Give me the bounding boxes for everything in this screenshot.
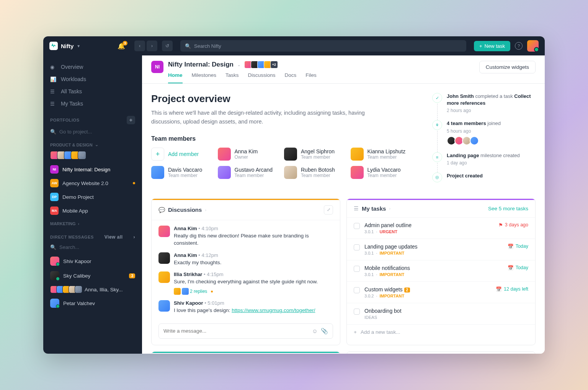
expand-button[interactable]: ⤢	[324, 205, 333, 214]
sidebar-item-my-tasks[interactable]: ☰My Tasks	[43, 98, 142, 110]
activity-icon: ⚘	[432, 120, 442, 130]
tab-discussions[interactable]: Discussions	[248, 72, 276, 83]
team-member[interactable]: Gustavo ArcandTeam member	[218, 166, 277, 179]
chevron-down-icon[interactable]: ⌄	[237, 63, 240, 67]
chat-icon: 💬	[158, 207, 165, 213]
message-field[interactable]	[163, 328, 309, 334]
team-members-heading: Team members	[151, 135, 409, 142]
chevron-down-icon: ⌄	[95, 142, 98, 147]
nav-forward-button[interactable]: ›	[147, 41, 157, 51]
task-item[interactable]: Admin panel outline3.0.1·URGENT⚑3 days a…	[347, 218, 535, 239]
task-checkbox[interactable]	[354, 309, 360, 315]
project-title: Nifty Internal: Design	[168, 61, 234, 68]
task-checkbox[interactable]	[354, 244, 360, 250]
tab-home[interactable]: Home	[168, 72, 183, 83]
task-checkbox[interactable]	[354, 223, 360, 229]
dm-item[interactable]: +2Anna, Illia, Sky...	[43, 283, 142, 296]
attach-icon[interactable]: 📎	[321, 328, 328, 335]
task-item[interactable]: Custom widgets23.0.2·IMPORTANT📅12 days l…	[347, 282, 535, 303]
team-member[interactable]: Lydia VaccaroTeam member	[351, 166, 410, 179]
eye-icon: ◉	[50, 64, 56, 70]
plus-icon: +	[479, 43, 482, 49]
message: Illia Strikhar • 4:15pmSure, I'm checkin…	[158, 271, 333, 295]
notification-badge: 3	[122, 41, 127, 46]
topbar: Nifty ▼ 🔔 3 ‹ › ↺ 🔍 Search Nifty +New ta…	[43, 36, 545, 55]
activity-icon: ✓	[432, 93, 442, 103]
add-task-button[interactable]: +Add a new task...	[347, 325, 535, 340]
tab-milestones[interactable]: Milestones	[192, 72, 217, 83]
team-member[interactable]: Ruben BotoshTeam member	[284, 166, 343, 179]
avatar	[158, 226, 170, 237]
chevron-right-icon: ›	[78, 221, 80, 226]
notifications-button[interactable]: 🔔 3	[118, 42, 125, 50]
new-task-button[interactable]: +New task	[474, 41, 510, 51]
my-tasks-widget: ☰ My tasks › See 5 more tasks Admin pane…	[346, 198, 536, 345]
team-member[interactable]: Angel SiphronTeam member	[284, 148, 343, 161]
group-members[interactable]: +2	[43, 150, 142, 162]
project-description: This is where we'll have all the design-…	[151, 109, 389, 126]
emoji-icon[interactable]: ☺	[312, 328, 318, 334]
project-members-avatars[interactable]: +2	[244, 61, 277, 68]
activity-item: ✓John Smith completed a task Collect mor…	[432, 93, 536, 113]
activity-item: ⚘4 team members joined5 hours ago	[432, 120, 536, 145]
nav-back-button[interactable]: ‹	[134, 41, 145, 51]
task-item[interactable]: Landing page updates3.0.1·IMPORTANT📅Toda…	[347, 239, 535, 260]
task-due: 📅12 days left	[496, 286, 528, 292]
dm-item[interactable]: Shiv Kapoor	[43, 254, 142, 268]
chevron-right-icon[interactable]: ›	[205, 208, 206, 212]
avatar	[158, 271, 170, 283]
chevron-right-icon[interactable]: ›	[389, 206, 390, 211]
group-marketing[interactable]: MARKETING›	[43, 218, 142, 228]
discussions-widget: 💬 Discussions › ⤢ Anna Kim • 4:10pmReall…	[151, 198, 340, 345]
dm-label: DIRECT MESSAGES	[50, 235, 94, 239]
chevron-right-icon: ›	[133, 234, 135, 240]
team-member[interactable]: Anna KimOwner	[218, 148, 277, 161]
project-item[interactable]: MAMobile App	[43, 204, 142, 218]
tab-docs[interactable]: Docs	[285, 72, 297, 83]
task-due: 📅Today	[508, 265, 528, 271]
global-search[interactable]: 🔍 Search Nifty	[180, 40, 466, 52]
chevron-down-icon[interactable]: ▼	[77, 44, 80, 48]
see-more-tasks-link[interactable]: See 5 more tasks	[488, 206, 528, 211]
sidebar-item-overview[interactable]: ◉Overview	[43, 61, 142, 73]
group-product-design[interactable]: PRODUCT & DESIGN⌄	[43, 138, 142, 150]
project-item[interactable]: NINifty Internal: Design	[43, 162, 142, 176]
view-all-link[interactable]: View all	[105, 234, 123, 240]
milestones-widget: ⛳ Milestones › Expand milestones	[151, 351, 340, 354]
dm-item[interactable]: Petar Valchev	[43, 296, 142, 310]
add-member-button[interactable]: +Add member	[151, 148, 210, 161]
help-button[interactable]: ?	[515, 42, 523, 50]
dm-search[interactable]: 🔍Search...	[43, 243, 142, 254]
message-input[interactable]: ☺ 📎	[158, 323, 333, 339]
project-item[interactable]: AWAgency Website 2.0	[43, 176, 142, 190]
team-member[interactable]: Kianna LipshutzTeam member	[351, 148, 410, 161]
tasks-icon: ☰	[354, 205, 359, 211]
app-logo[interactable]	[49, 42, 58, 50]
widget-title: My tasks	[362, 205, 386, 212]
sidebar-item-all-tasks[interactable]: ☰All Tasks	[43, 85, 142, 98]
tab-files[interactable]: Files	[305, 72, 317, 83]
list-icon: ☰	[50, 101, 56, 107]
team-member[interactable]: Davis VaccaroTeam member	[151, 166, 210, 179]
chart-icon: 📊	[50, 76, 56, 82]
replies-link[interactable]: 2 replies	[174, 288, 318, 295]
project-item[interactable]: DPDemo Project	[43, 190, 142, 204]
project-header: NI Nifty Internal: Design ⌄ +2 HomeMiles…	[142, 55, 545, 84]
message: Anna Kim • 4:10pmReally dig this new dir…	[158, 226, 333, 247]
customize-widgets-button[interactable]: Customize widgets	[479, 61, 536, 73]
search-icon: 🔍	[50, 129, 56, 135]
task-checkbox[interactable]	[354, 266, 360, 272]
project-search[interactable]: 🔍Go to project...	[43, 127, 142, 138]
sidebar-item-workloads[interactable]: 📊Workloads	[43, 73, 142, 85]
tab-tasks[interactable]: Tasks	[225, 72, 239, 83]
user-avatar[interactable]	[527, 40, 539, 52]
task-checkbox[interactable]	[354, 287, 360, 293]
project-badge: NI	[151, 61, 163, 73]
task-item[interactable]: Mobile notifications3.0.1·IMPORTANT📅Toda…	[347, 260, 535, 282]
history-button[interactable]: ↺	[162, 41, 173, 51]
activity-item: ≡Landing page milestone created1 day ago	[432, 152, 536, 166]
dm-item[interactable]: Sky Calibey3	[43, 268, 142, 283]
portfolios-label: PORTFOLIOS	[50, 118, 80, 122]
task-item[interactable]: Onboarding botIDEAS	[347, 303, 535, 325]
add-portfolio-button[interactable]: +	[127, 116, 135, 124]
